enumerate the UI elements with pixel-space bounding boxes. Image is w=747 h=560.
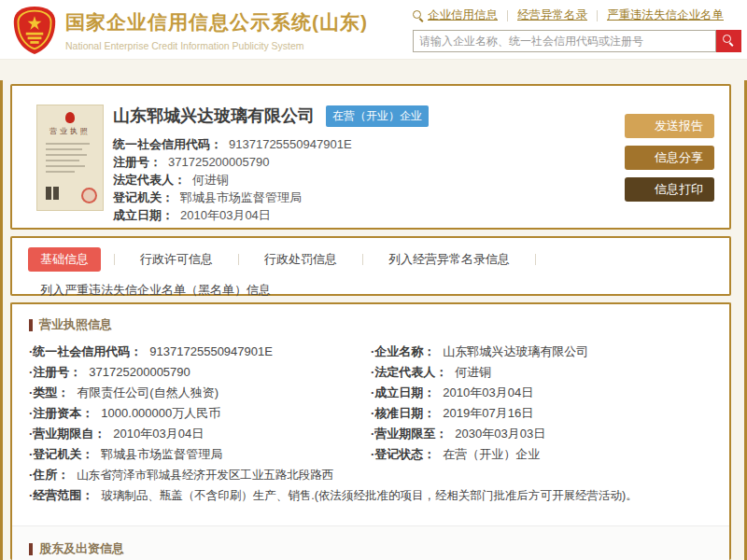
table-row: ·住所：山东省菏泽市郓城县经济开发区工业五路北段路西 — [29, 465, 712, 485]
search-icon — [413, 10, 424, 21]
action-buttons: 发送报告 信息分享 信息打印 — [625, 114, 714, 209]
nav-divider — [597, 10, 598, 21]
info-print-button[interactable]: 信息打印 — [625, 177, 714, 202]
tab-admin-license[interactable]: 行政许可信息 — [115, 251, 238, 268]
tab-abnormal-list[interactable]: 列入经营异常名录信息 — [363, 251, 535, 268]
field-cell: ·营业期限至：2030年03月03日 — [371, 424, 712, 444]
field-value: 玻璃制品、瓶盖（不含印刷）生产、销售.(依法须经批准的项目，经相关部门批准后方可… — [101, 489, 637, 502]
field-label: 统一社会信用代码： — [113, 137, 222, 151]
table-row: ·经营范围：玻璃制品、瓶盖（不含印刷）生产、销售.(依法须经批准的项目，经相关部… — [29, 485, 712, 506]
field-cell: ·登记机关：郓城县市场监督管理局 — [29, 444, 371, 465]
field-label: ·营业期限至： — [371, 427, 447, 441]
status-badge: 在营（开业）企业 — [326, 105, 429, 127]
field-value: 91371725550947901E — [149, 344, 273, 358]
nav-link-label: 企业信用信息 — [428, 7, 498, 23]
field-value: 371725200005790 — [89, 365, 190, 379]
tab-basic-info[interactable]: 基础信息 — [28, 247, 101, 272]
company-field-row: 统一社会信用代码：91371725550947901E — [113, 135, 429, 153]
field-label: 法定代表人： — [113, 173, 186, 187]
license-info-grid: ·统一社会信用代码：91371725550947901E ·企业名称：山东郓城兴… — [29, 342, 712, 506]
header-nav: 企业信用信息 经营异常名录 严重违法失信企业名单 — [413, 7, 741, 23]
search-bar — [413, 30, 741, 52]
search-button[interactable] — [716, 30, 741, 52]
table-row: ·营业期限自：2010年03月04日 ·营业期限至：2030年03月03日 — [29, 424, 712, 444]
section-marker — [29, 319, 33, 331]
field-value: 何进铜 — [192, 173, 229, 187]
nav-link-enterprise-credit[interactable]: 企业信用信息 — [413, 7, 498, 23]
company-info-block: 山东郓城兴达玻璃有限公司 在营（开业）企业 统一社会信用代码：913717255… — [113, 105, 429, 224]
license-thumb-caption: 营业执照 — [37, 126, 103, 136]
field-label: ·登记机关： — [29, 447, 93, 461]
company-summary-panel: 营业执照 山东郓城兴达玻璃有限公司 在营（开业）企业 统一社会信用代码：9137… — [10, 84, 731, 230]
field-label: ·成立日期： — [371, 385, 435, 399]
field-value: 有限责任公司(自然人独资) — [77, 385, 218, 399]
field-value: 山东郓城兴达玻璃有限公司 — [443, 344, 588, 358]
field-cell: ·类型：有限责任公司(自然人独资) — [29, 383, 371, 403]
license-text-lines — [46, 143, 94, 173]
tabs-row-2: 列入严重违法失信企业名单（黑名单）信息 — [12, 272, 729, 299]
business-license-thumbnail[interactable]: 营业执照 — [36, 105, 104, 211]
field-value: 2010年03月04日 — [443, 385, 533, 399]
field-cell: ·统一社会信用代码：91371725550947901E — [29, 342, 371, 362]
field-cell: ·核准日期：2019年07月16日 — [371, 403, 712, 424]
send-report-button[interactable]: 发送报告 — [625, 114, 714, 138]
field-value: 2010年03月04日 — [113, 427, 204, 441]
field-label: ·住所： — [29, 468, 69, 482]
tab-admin-penalty[interactable]: 行政处罚信息 — [239, 251, 362, 268]
license-section-title: 营业执照信息 — [39, 316, 112, 333]
license-info-section: 营业执照信息 ·统一社会信用代码：91371725550947901E ·企业名… — [12, 304, 729, 506]
field-cell: ·营业期限自：2010年03月04日 — [29, 424, 371, 444]
field-cell-address: ·住所：山东省菏泽市郓城县经济开发区工业五路北段路西 — [29, 465, 712, 485]
search-input[interactable] — [413, 30, 716, 52]
site-header: 国家企业信用信息公示系统(山东) National Enterprise Cre… — [0, 0, 747, 60]
table-row: ·注册号：371725200005790 ·法定代表人：何进铜 — [29, 362, 712, 383]
company-fields: 统一社会信用代码：91371725550947901E 注册号：37172520… — [113, 135, 429, 224]
field-label: ·经营范围： — [29, 488, 93, 502]
nav-link-label: 严重违法失信企业名单 — [607, 7, 724, 23]
field-label: 登记机关： — [113, 190, 174, 204]
license-qr-code — [46, 187, 59, 200]
field-cell: ·法定代表人：何进铜 — [371, 362, 712, 383]
field-value: 2019年07月16日 — [443, 406, 533, 420]
field-label: 注册号： — [113, 155, 162, 169]
field-value: 1000.000000万人民币 — [101, 406, 220, 420]
table-row: ·统一社会信用代码：91371725550947901E ·企业名称：山东郓城兴… — [29, 342, 712, 362]
table-row: ·登记机关：郓城县市场监督管理局 ·登记状态：在营（开业）企业 — [29, 444, 712, 465]
field-cell: ·注册资本：1000.000000万人民币 — [29, 403, 371, 424]
site-subtitle: National Enterprise Credit Information P… — [65, 40, 368, 51]
field-cell: ·登记状态：在营（开业）企业 — [371, 444, 712, 465]
tabs-panel: 基础信息 行政许可信息 行政处罚信息 列入经营异常名录信息 列入严重违法失信企业… — [10, 236, 731, 296]
field-label: ·核准日期： — [371, 406, 435, 420]
page-border-left — [0, 80, 3, 560]
nav-link-abnormal-list[interactable]: 经营异常名录 — [517, 7, 587, 23]
tab-blacklist[interactable]: 列入严重违法失信企业名单（黑名单）信息 — [40, 283, 271, 297]
shareholder-section: 股东及出资信息 — [12, 525, 729, 560]
company-name: 山东郓城兴达玻璃有限公司 — [113, 105, 315, 127]
field-label: ·企业名称： — [371, 344, 435, 358]
field-cell: ·注册号：371725200005790 — [29, 362, 371, 383]
field-label: ·法定代表人： — [371, 365, 447, 379]
company-field-row: 法定代表人：何进铜 — [113, 171, 429, 189]
nav-link-blacklist[interactable]: 严重违法失信企业名单 — [607, 7, 724, 23]
search-icon — [723, 35, 734, 46]
field-value: 371725200005790 — [168, 155, 269, 169]
license-red-seal — [81, 188, 97, 203]
field-cell: ·企业名称：山东郓城兴达玻璃有限公司 — [371, 342, 712, 362]
field-value: 山东省菏泽市郓城县经济开发区工业五路北段路西 — [77, 469, 333, 482]
nav-link-label: 经营异常名录 — [517, 7, 587, 23]
field-label: ·登记状态： — [371, 447, 435, 461]
company-field-row: 成立日期：2010年03月04日 — [113, 206, 429, 224]
field-value: 91371725550947901E — [229, 137, 352, 151]
info-share-button[interactable]: 信息分享 — [625, 146, 714, 170]
field-label: ·类型： — [29, 385, 69, 399]
field-value: 郓城县市场监督管理局 — [180, 190, 302, 204]
table-row: ·类型：有限责任公司(自然人独资) ·成立日期：2010年03月04日 — [29, 383, 712, 403]
field-value: 郓城县市场监督管理局 — [101, 447, 222, 461]
company-field-row: 注册号：371725200005790 — [113, 153, 429, 171]
company-field-row: 登记机关：郓城县市场监督管理局 — [113, 189, 429, 206]
field-label: ·统一社会信用代码： — [29, 344, 142, 358]
field-cell: ·成立日期：2010年03月04日 — [371, 383, 712, 403]
tab-divider — [535, 254, 536, 265]
field-label: ·营业期限自： — [29, 427, 106, 441]
field-label: ·注册号： — [29, 365, 81, 379]
